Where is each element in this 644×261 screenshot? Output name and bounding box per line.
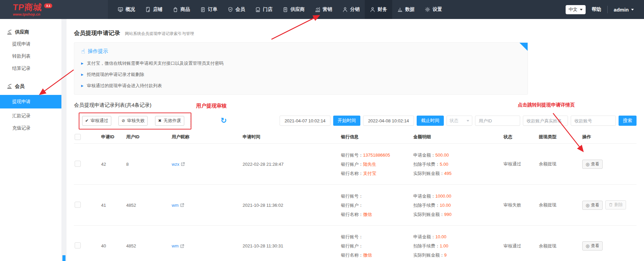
cell-type: 余额提现 (539, 161, 582, 167)
bank-no-label: 银行账号： (341, 234, 363, 239)
cell-bank-info: 银行账号： 银行账户： 银行名称：微信 (341, 192, 413, 219)
row-checkbox[interactable] (75, 242, 81, 248)
nickname-link[interactable]: wzx (172, 162, 185, 167)
cell-amount-detail: 申请金额：500.00 扣除手续费：5.00 实际到账金额：495 (413, 150, 504, 178)
scrollbar-thumb[interactable] (62, 255, 65, 261)
nav-label: 数据 (405, 6, 415, 13)
real-name-input[interactable] (523, 116, 568, 126)
sidebar-item-settlement[interactable]: 结算记录 (0, 62, 61, 75)
brand-url: www.tpshop.cn (13, 12, 108, 16)
col-nickname: 用户昵称 (172, 134, 243, 140)
actual-amount-value: 9 (444, 253, 447, 258)
reject-button[interactable]: ⊘ 审核失败 (118, 116, 148, 126)
chart-icon (7, 84, 12, 89)
view-button[interactable]: ◎查看 (582, 201, 603, 210)
tips-collapse-fold-icon[interactable] (519, 43, 528, 51)
view-label: 查看 (591, 243, 599, 249)
view-button[interactable]: ◎查看 (582, 241, 603, 250)
cell-user-id: 4852 (126, 203, 172, 208)
bullet-icon: ▶ (81, 84, 83, 87)
refresh-icon[interactable]: ↻ (221, 117, 227, 124)
bank-user-label: 银行账户： (341, 203, 363, 208)
sidebar-item-transfer-list[interactable]: 转款列表 (0, 50, 61, 62)
delete-button[interactable]: 删除 (605, 200, 626, 209)
end-time-input[interactable] (363, 116, 414, 126)
bank-name-value: 微信 (363, 253, 372, 258)
external-link-icon (180, 244, 184, 248)
apply-amount-value: 1000.00 (435, 194, 451, 199)
approve-button[interactable]: ✔ 审核通过 (82, 116, 111, 126)
sidebar-item-member-withdraw[interactable]: 提现申请 (0, 95, 61, 108)
nav-item-order[interactable]: 订单 (195, 0, 223, 19)
search-button[interactable]: 搜索 (619, 116, 637, 126)
row-checkbox[interactable] (75, 161, 81, 167)
language-select[interactable]: 中文 (566, 5, 586, 14)
fee-value: 10.00 (440, 203, 451, 208)
actual-amount-label: 实际到账金额： (413, 212, 444, 217)
cell-bank-info: 银行账号： 银行账户： 银行名称：微信 (341, 232, 413, 260)
bank-no-label: 银行账号： (341, 194, 363, 199)
brand-logo[interactable]: TP商城 3.1 www.tpshop.cn (0, 0, 108, 19)
nav-item-overview[interactable]: 概况 (113, 0, 140, 19)
nav-item-marketing[interactable]: 营销 (310, 0, 337, 19)
actual-amount-value: 990 (444, 212, 452, 217)
settings-icon (425, 7, 430, 12)
apply-amount-label: 申请金额： (413, 194, 435, 199)
nav-item-member[interactable]: 会员 (223, 0, 250, 19)
nav-item-store[interactable]: 门店 (250, 0, 278, 19)
eye-icon: ◎ (586, 162, 589, 167)
status-select[interactable]: 状态 (447, 116, 472, 126)
cross-icon: ✖ (158, 118, 162, 123)
top-navbar: TP商城 3.1 www.tpshop.cn 概况 店铺 商品 订单 (0, 0, 644, 19)
cell-bank-info: 银行账号：13751886605 银行账户：陆先生 银行名称：支付宝 (341, 150, 413, 178)
help-link[interactable]: 帮助 (592, 6, 601, 13)
bank-name-label: 银行名称： (341, 253, 363, 258)
actual-amount-label: 实际到账金额： (413, 171, 444, 176)
member-icon (228, 7, 233, 12)
fee-label: 扣除手续费： (413, 203, 440, 208)
nav-label: 订单 (208, 6, 217, 13)
nav-item-data[interactable]: 数据 (392, 0, 420, 19)
nav-item-settings[interactable]: 设置 (420, 0, 447, 19)
fee-label: 扣除手续费： (413, 243, 440, 248)
fee-value: 1.00 (440, 243, 448, 248)
col-status: 状态 (504, 134, 539, 140)
start-time-button[interactable]: 开始时间 (333, 116, 360, 126)
sidebar-item-supplier-withdraw[interactable]: 提现申请 (0, 38, 61, 50)
nickname-link[interactable]: wm (172, 203, 184, 208)
nav-label: 设置 (433, 6, 442, 13)
user-menu[interactable]: admin (614, 7, 634, 13)
actual-amount-label: 实际到账金额： (413, 253, 444, 258)
nav-item-finance[interactable]: 财务 (365, 0, 392, 19)
sidebar-item-recharge[interactable]: 充值记录 (0, 122, 61, 134)
annotation-detail-text: 点击跳转到提现申请详情页 (518, 102, 575, 108)
cell-status: 审核通过 (504, 243, 539, 249)
nav-item-shop[interactable]: 店铺 (140, 0, 168, 19)
reject-label: 审核失败 (127, 118, 145, 124)
sidebar-item-remittance[interactable]: 汇款记录 (0, 110, 61, 122)
nav-item-distribution[interactable]: 分销 (337, 0, 365, 19)
nav-item-goods[interactable]: 商品 (168, 0, 195, 19)
nav-item-supplier[interactable]: 供应商 (278, 0, 310, 19)
nickname-link[interactable]: wm (172, 243, 184, 248)
table-header-row: 申请ID 用户ID 用户昵称 申请时间 银行信息 金额明细 状态 提现类型 操作 (74, 130, 637, 143)
row-checkbox[interactable] (75, 202, 81, 208)
table-row: 40 4852 wm 2021-10-28 11:30:31 银行账号： 银行账… (74, 225, 637, 261)
select-all-checkbox[interactable] (75, 134, 81, 140)
invalid-button[interactable]: ✖ 无效作废 (155, 116, 184, 126)
account-input[interactable] (571, 116, 616, 126)
cell-apply-id: 42 (101, 162, 126, 167)
sidebar-section-supplier[interactable]: 供应商 (0, 26, 61, 38)
table-row: 41 4852 wm 2021-10-28 11:36:02 银行账号： 银行账… (74, 184, 637, 225)
apply-amount-label: 申请金额： (413, 153, 435, 158)
user-id-input[interactable] (475, 116, 520, 126)
eye-icon: ◎ (586, 243, 589, 248)
end-time-button[interactable]: 截止时间 (417, 116, 444, 126)
nav-label: 财务 (378, 6, 387, 13)
bank-user-label: 银行账户： (341, 162, 363, 167)
sidebar-section-member[interactable]: 会员 (0, 81, 61, 92)
view-button[interactable]: ◎查看 (582, 160, 603, 169)
start-time-input[interactable] (280, 116, 330, 126)
toolbar: ✔ 审核通过 ⊘ 审核失败 ✖ 无效作废 ↻ 开始时间 截止时间 (74, 116, 637, 126)
bank-no-value: 13751886605 (363, 153, 390, 158)
